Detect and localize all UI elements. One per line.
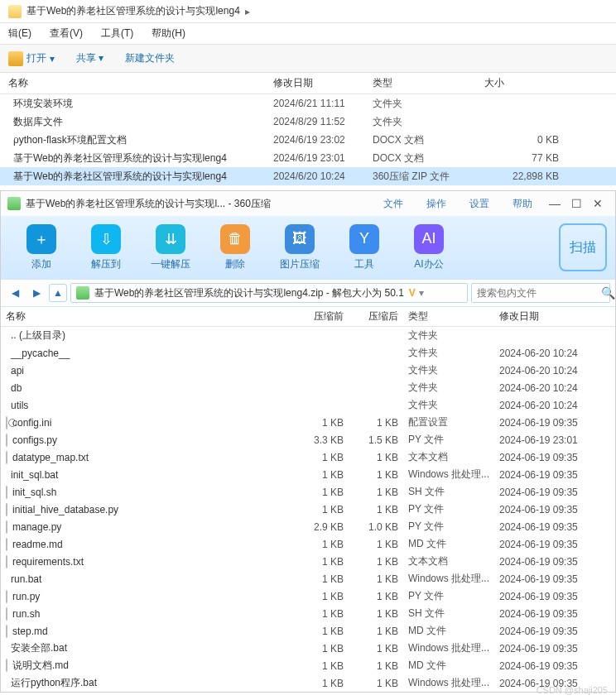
zip-row[interactable]: config.ini 1 KB 1 KB 配置设置 2024-06-19 09:… xyxy=(1,414,615,431)
zip-row[interactable]: utils 文件夹 2024-06-20 10:24 xyxy=(1,396,615,414)
forward-button[interactable]: ▶ xyxy=(27,284,46,302)
zip-row[interactable]: readme.md 1 KB 1 KB MD 文件 2024-06-19 09:… xyxy=(1,535,615,553)
file-row[interactable]: 环境安装环境 2024/6/21 11:11 文件夹 xyxy=(0,94,616,113)
trash-icon: 🗑 xyxy=(220,224,250,254)
zip-file-name: config.ini xyxy=(12,417,51,429)
minimize-button[interactable]: — xyxy=(544,197,565,210)
zip-date: 2024-06-19 09:35 xyxy=(499,608,607,620)
col-date[interactable]: 修改日期 xyxy=(273,76,373,90)
file-row[interactable]: python-flask环境配置文档 2024/6/19 23:02 DOCX … xyxy=(0,131,616,149)
menu-settings[interactable]: 设置 xyxy=(469,197,489,211)
zip-date: 2024-06-19 09:35 xyxy=(499,452,607,463)
menu-help[interactable]: 帮助(H) xyxy=(152,26,185,41)
new-folder-button[interactable]: 新建文件夹 xyxy=(125,51,175,65)
zip-row[interactable]: 说明文档.md 1 KB 1 KB MD 文件 2024-06-19 09:35 xyxy=(1,657,615,674)
file-row[interactable]: 基于Web的养老社区管理系统的设计与实现leng4 2024/6/19 23:0… xyxy=(0,149,616,167)
zip-row[interactable]: configs.py 3.3 KB 1.5 KB PY 文件 2024-06-1… xyxy=(1,431,615,448)
file-row[interactable]: 数据库文件 2024/8/29 11:52 文件夹 xyxy=(0,113,616,131)
menu-file[interactable]: 文件 xyxy=(383,197,403,211)
zip-pre: 1 KB xyxy=(289,660,344,672)
path-field[interactable]: 基于Web的养老社区管理系统的设计与实现leng4.zip - 解包大小为 50… xyxy=(70,283,468,303)
share-button[interactable]: 共享 ▾ xyxy=(76,51,103,65)
md-icon xyxy=(6,659,7,672)
py-icon xyxy=(6,520,7,534)
zip-pre: 1 KB xyxy=(289,487,344,498)
maximize-button[interactable]: ☐ xyxy=(565,197,587,210)
open-button[interactable]: 打开 ▾ xyxy=(8,51,55,66)
breadcrumb[interactable]: 基于Web的养老社区管理系统的设计与实现leng4 ▸ xyxy=(0,0,616,23)
extract-button[interactable]: ⇩解压到 xyxy=(74,224,138,271)
zip-type: PY 文件 xyxy=(398,520,499,534)
zip-row[interactable]: run.py 1 KB 1 KB PY 文件 2024-06-19 09:35 xyxy=(1,587,615,605)
file-row[interactable]: 基于Web的养老社区管理系统的设计与实现leng4 2024/6/20 10:2… xyxy=(0,167,616,185)
col-type[interactable]: 类型 xyxy=(373,76,484,90)
zcol-pre[interactable]: 压缩前 xyxy=(289,309,344,324)
open-folder-icon xyxy=(8,51,23,66)
zcol-date[interactable]: 修改日期 xyxy=(499,309,607,324)
zip-row[interactable]: initial_hive_database.py 1 KB 1 KB PY 文件… xyxy=(1,501,615,518)
py-icon xyxy=(6,590,7,603)
close-button[interactable]: ✕ xyxy=(587,197,609,210)
ai-button[interactable]: AIAI办公 xyxy=(397,224,461,271)
zip-row[interactable]: datatype_map.txt 1 KB 1 KB 文本文档 2024-06-… xyxy=(1,448,615,466)
col-name[interactable]: 名称 xyxy=(8,76,273,90)
zip-type: MD 文件 xyxy=(398,659,499,673)
scan-button[interactable]: 扫描 xyxy=(559,223,607,271)
col-size[interactable]: 大小 xyxy=(484,76,559,90)
zcol-name[interactable]: 名称 xyxy=(6,309,289,324)
explorer-header: 名称 修改日期 类型 大小 xyxy=(0,73,616,94)
menu-edit[interactable]: 辑(E) xyxy=(8,26,31,41)
zip-type: 文件夹 xyxy=(398,346,499,360)
zip-row[interactable]: api 文件夹 2024-06-20 10:24 xyxy=(1,362,615,379)
zip-row[interactable]: __pycache__ 文件夹 2024-06-20 10:24 xyxy=(1,344,615,362)
share-label: 共享 xyxy=(76,52,96,64)
search-icon[interactable]: 🔍 xyxy=(601,286,615,300)
menu-help2[interactable]: 帮助 xyxy=(513,197,532,211)
zip-post: 1 KB xyxy=(344,417,398,429)
zip-row[interactable]: 运行python程序.bat 1 KB 1 KB Windows 批处理... … xyxy=(1,674,615,692)
zip-date: 2024-06-19 09:35 xyxy=(499,556,607,568)
tools-button[interactable]: Y工具 xyxy=(332,224,397,271)
zip-row[interactable]: step.md 1 KB 1 KB MD 文件 2024-06-19 09:35 xyxy=(1,622,615,640)
zip-row[interactable]: 安装全部.bat 1 KB 1 KB Windows 批处理... 2024-0… xyxy=(1,640,615,657)
add-label: 添加 xyxy=(9,257,74,271)
file-date: 2024/6/21 11:11 xyxy=(273,98,373,109)
breadcrumb-folder: 基于Web的养老社区管理系统的设计与实现leng4 xyxy=(26,4,240,18)
search-input[interactable] xyxy=(477,287,601,299)
oneclick-button[interactable]: ⇊一键解压 xyxy=(138,224,203,271)
zip-post: 1.0 KB xyxy=(344,521,398,533)
zip-row[interactable]: init_sql.sh 1 KB 1 KB SH 文件 2024-06-19 0… xyxy=(1,483,615,501)
add-button[interactable]: ＋添加 xyxy=(9,224,74,271)
zcol-post[interactable]: 压缩后 xyxy=(344,309,398,324)
menu-view[interactable]: 查看(V) xyxy=(50,26,83,41)
zip-row[interactable]: run.bat 1 KB 1 KB Windows 批处理... 2024-06… xyxy=(1,570,615,587)
back-button[interactable]: ◀ xyxy=(6,284,24,302)
file-type: 文件夹 xyxy=(373,97,484,111)
zip-post: 1 KB xyxy=(344,660,398,672)
zip-row[interactable]: requirements.txt 1 KB 1 KB 文本文档 2024-06-… xyxy=(1,553,615,570)
menu-operate[interactable]: 操作 xyxy=(426,197,446,211)
imgcompress-button[interactable]: 🖼图片压缩 xyxy=(267,224,332,271)
zip-pre: 1 KB xyxy=(289,608,344,620)
menu-tools[interactable]: 工具(T) xyxy=(101,26,133,41)
oneclick-label: 一键解压 xyxy=(138,257,203,271)
image-icon: 🖼 xyxy=(285,224,315,254)
zip-file-name: initial_hive_database.py xyxy=(12,504,118,515)
zip-file-name: run.py xyxy=(12,591,40,602)
zip-title: 基于Web的养老社区管理系统的设计与实现l... - 360压缩 xyxy=(26,197,372,211)
zip-file-name: run.bat xyxy=(11,573,41,585)
zip-type: 文件夹 xyxy=(398,363,499,377)
chevron-down-icon[interactable]: ▾ xyxy=(419,287,424,299)
zip-row[interactable]: .. (上级目录) 文件夹 xyxy=(1,327,615,344)
search-box[interactable]: 🔍 xyxy=(471,283,610,303)
delete-button[interactable]: 🗑删除 xyxy=(203,224,267,271)
zip-row[interactable]: manage.py 2.9 KB 1.0 KB PY 文件 2024-06-19… xyxy=(1,518,615,535)
zip-row[interactable]: db 文件夹 2024-06-20 10:24 xyxy=(1,379,615,396)
file-type: 文件夹 xyxy=(373,115,484,129)
zcol-type[interactable]: 类型 xyxy=(398,309,499,324)
file-name: python-flask环境配置文档 xyxy=(13,134,127,146)
zip-row[interactable]: run.sh 1 KB 1 KB SH 文件 2024-06-19 09:35 xyxy=(1,605,615,622)
zip-file-name: __pycache__ xyxy=(11,348,70,359)
up-button[interactable]: ▲ xyxy=(49,284,67,302)
zip-row[interactable]: init_sql.bat 1 KB 1 KB Windows 批处理... 20… xyxy=(1,466,615,483)
